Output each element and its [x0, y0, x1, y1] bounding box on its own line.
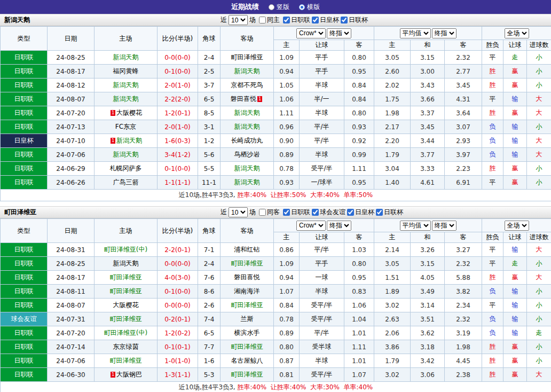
handicap-time-select[interactable]: 终指: [327, 221, 351, 231]
team-name[interactable]: 鸟栖沙岩: [234, 151, 260, 158]
team-name[interactable]: 大阪樱花: [116, 109, 142, 116]
team-name[interactable]: 新潟天鹅: [234, 178, 260, 186]
layout-option-vertical[interactable]: 竖版: [269, 3, 289, 12]
team-name[interactable]: 町田泽维亚(中): [104, 329, 147, 336]
scope-select[interactable]: 全场: [505, 221, 529, 231]
league-filter-日职联[interactable]: 日职联: [281, 15, 310, 25]
team-name[interactable]: 新潟天鹅: [113, 53, 139, 61]
team-name[interactable]: 长崎成功丸: [231, 137, 263, 144]
league-filter-日皇杯[interactable]: 日皇杯: [310, 15, 339, 25]
team-name[interactable]: 町田泽维亚(中): [104, 246, 147, 253]
team-name[interactable]: 东京绿茵: [113, 343, 139, 350]
handicap-home-odds: 1.06: [274, 92, 300, 106]
team-name[interactable]: 新潟天鹅: [113, 81, 139, 89]
result-wdl: 平: [482, 257, 503, 271]
same-venue-checkbox[interactable]: [259, 17, 266, 23]
result-wdl: 胜: [482, 340, 503, 354]
league-filter-日职联[interactable]: 日职联: [281, 208, 310, 217]
average-select[interactable]: 平均值: [400, 221, 431, 231]
corner-score: 5-6: [198, 148, 221, 162]
team-name[interactable]: 新潟天鹅: [234, 109, 260, 116]
match-count-select[interactable]: 10: [229, 15, 248, 25]
team-section-machida: 町田泽维亚 近 10 场 同客 日职联球会友谊日皇杯日联杯 类型 日期 主场 比…: [0, 206, 551, 392]
bookmaker-select[interactable]: Crow*: [296, 221, 326, 231]
section-header: 町田泽维亚 近 10 场 同客 日职联球会友谊日皇杯日联杯: [0, 206, 551, 218]
result-handicap: 赢: [503, 176, 527, 190]
team-name[interactable]: 札幌冈萨多: [110, 164, 142, 172]
match-count-select[interactable]: 10: [229, 207, 248, 217]
team-name[interactable]: 湘南海洋: [234, 287, 260, 295]
same-venue-filter[interactable]: 同主: [257, 15, 280, 25]
result-handicap: 输: [503, 134, 527, 148]
team-name[interactable]: 町田泽维亚: [231, 260, 263, 267]
col-avg-home: 主: [374, 40, 411, 51]
handicap-time-select[interactable]: 终指: [327, 28, 351, 38]
team-name[interactable]: 新潟天鹅: [113, 260, 139, 267]
result-goals: 大: [527, 243, 551, 257]
league-checkbox[interactable]: [283, 17, 290, 23]
team-name[interactable]: 大阪樱花: [113, 301, 139, 309]
team-name[interactable]: 新潟天鹅: [234, 164, 260, 172]
league-checkbox[interactable]: [312, 17, 319, 23]
team-name[interactable]: 磐田喜悦: [231, 95, 256, 103]
team-name[interactable]: 町田泽维亚: [110, 273, 142, 281]
team-name[interactable]: 浦和红钻: [234, 246, 260, 253]
match-type-badge: 日职联: [1, 65, 48, 79]
bookmaker-select[interactable]: Crow*: [296, 28, 326, 38]
team-name[interactable]: 广岛三箭: [113, 178, 139, 186]
team-name[interactable]: 磐田喜悦: [234, 273, 260, 281]
avg-home-odds: 1.98: [374, 106, 411, 120]
league-checkbox[interactable]: [283, 209, 290, 216]
away-team-cell: 鸟栖沙岩: [221, 148, 274, 162]
handicap-home-odds: 0.94: [274, 271, 300, 285]
match-date: 24-07-06: [48, 148, 95, 162]
team-name[interactable]: 大阪钢巴: [116, 371, 142, 378]
team-name[interactable]: 新潟天鹅: [234, 67, 260, 75]
team-name[interactable]: 兰斯: [241, 315, 254, 323]
league-filter-日联杯[interactable]: 日联杯: [339, 15, 368, 25]
result-wdl: 负: [482, 134, 503, 148]
handicap-home-odds: 0.89: [274, 148, 300, 162]
league-checkbox[interactable]: [341, 17, 348, 23]
team-name[interactable]: 町田泽维亚: [231, 343, 263, 350]
team-name[interactable]: 名古屋鲸八: [231, 357, 263, 364]
layout-option-horizontal[interactable]: 横版: [299, 3, 320, 12]
handicap-away-odds: 0.95: [344, 176, 374, 190]
average-time-select[interactable]: 终指: [432, 221, 456, 231]
team-name[interactable]: 新潟天鹅: [113, 151, 139, 158]
average-select[interactable]: 平均值: [400, 28, 431, 38]
team-name[interactable]: 町田泽维亚: [231, 301, 263, 309]
team-name[interactable]: 町田泽维亚: [110, 315, 142, 323]
average-time-select[interactable]: 终指: [432, 28, 456, 38]
team-name[interactable]: 町田泽维亚: [110, 357, 142, 364]
result-goals: 大: [527, 134, 551, 148]
league-checkbox[interactable]: [376, 209, 383, 216]
col-score: 比分(半场): [158, 219, 198, 243]
same-venue-filter[interactable]: 同客: [257, 208, 280, 217]
team-name[interactable]: 新潟天鹅: [113, 95, 139, 103]
league-checkbox[interactable]: [312, 209, 319, 216]
team-name[interactable]: 新潟天鹅: [116, 137, 142, 144]
team-name[interactable]: 横滨水手: [234, 329, 260, 336]
team-name[interactable]: 新潟天鹅: [234, 123, 260, 130]
league-filter-球会友谊[interactable]: 球会友谊: [310, 208, 345, 217]
handicap-away-odds: 1.11: [344, 340, 374, 354]
team-name[interactable]: 福冈黄蜂: [113, 67, 139, 75]
team-name[interactable]: 町田泽维亚: [231, 371, 263, 378]
result-goals: 小: [527, 257, 551, 271]
league-filter-日皇杯[interactable]: 日皇杯: [345, 208, 374, 217]
result-goals: 大: [527, 368, 551, 382]
team-name[interactable]: 京都不死鸟: [231, 81, 263, 89]
scope-select[interactable]: 全场: [505, 28, 529, 38]
match-row: 日职联24-07-06新潟天鹅3-4(1-2)5-6鸟栖沙岩0.89半球0.99…: [1, 148, 551, 162]
team-name[interactable]: FC东京: [115, 123, 136, 130]
col-handicap-home: 主: [274, 232, 300, 243]
same-venue-checkbox[interactable]: [259, 209, 266, 216]
home-team-cell: 新潟天鹅: [95, 92, 158, 106]
league-checkbox[interactable]: [347, 209, 354, 216]
team-name[interactable]: 町田泽维亚: [231, 53, 263, 61]
score: 2-0(1-0): [158, 79, 198, 92]
league-filter-日联杯[interactable]: 日联杯: [374, 208, 403, 217]
home-team-cell: 新潟天鹅: [95, 257, 158, 271]
team-name[interactable]: 町田泽维亚: [110, 287, 142, 295]
